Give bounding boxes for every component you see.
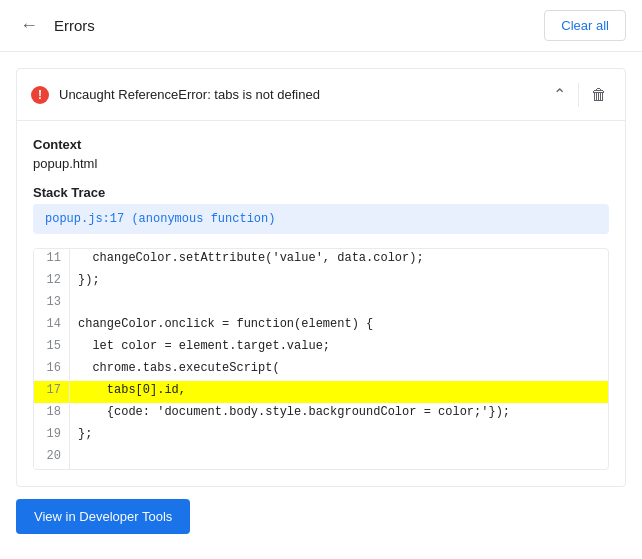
code-line: 17 tabs[0].id, (34, 381, 608, 403)
line-number: 12 (34, 271, 70, 293)
error-header: ! Uncaught ReferenceError: tabs is not d… (17, 69, 625, 121)
line-content: changeColor.setAttribute('value', data.c… (70, 249, 608, 271)
context-label: Context (33, 137, 609, 152)
line-content: let color = element.target.value; (70, 337, 608, 359)
line-number: 16 (34, 359, 70, 381)
back-icon: ← (20, 15, 38, 36)
error-icon: ! (31, 86, 49, 104)
line-number: 15 (34, 337, 70, 359)
header-left: ← Errors (16, 11, 95, 40)
code-line: 12}); (34, 271, 608, 293)
line-number: 11 (34, 249, 70, 271)
code-line: 15 let color = element.target.value; (34, 337, 608, 359)
line-content: chrome.tabs.executeScript( (70, 359, 608, 381)
chevron-up-icon: ⌃ (553, 85, 566, 104)
line-content: changeColor.onclick = function(element) … (70, 315, 608, 337)
code-line: 14changeColor.onclick = function(element… (34, 315, 608, 337)
vertical-divider (578, 83, 579, 107)
header: ← Errors Clear all (0, 0, 642, 52)
code-line: 19}; (34, 425, 608, 447)
line-number: 19 (34, 425, 70, 447)
line-number: 14 (34, 315, 70, 337)
line-content: }); (70, 271, 608, 293)
line-content: {code: 'document.body.style.backgroundCo… (70, 403, 608, 425)
clear-all-button[interactable]: Clear all (544, 10, 626, 41)
error-message: Uncaught ReferenceError: tabs is not def… (59, 87, 320, 102)
line-number: 17 (34, 381, 70, 403)
code-line: 13 (34, 293, 608, 315)
code-line: 20 (34, 447, 608, 469)
line-number: 20 (34, 447, 70, 469)
stack-trace-pill: popup.js:17 (anonymous function) (33, 204, 609, 234)
context-value: popup.html (33, 156, 609, 171)
dev-tools-button[interactable]: View in Developer Tools (16, 499, 190, 534)
code-block: 11 changeColor.setAttribute('value', dat… (33, 248, 609, 470)
code-scroll[interactable]: 11 changeColor.setAttribute('value', dat… (34, 249, 608, 469)
line-content (70, 447, 608, 469)
code-line: 11 changeColor.setAttribute('value', dat… (34, 249, 608, 271)
code-line: 18 {code: 'document.body.style.backgroun… (34, 403, 608, 425)
line-content: }; (70, 425, 608, 447)
error-header-left: ! Uncaught ReferenceError: tabs is not d… (31, 86, 320, 104)
line-content: tabs[0].id, (70, 381, 608, 403)
stack-trace-label: Stack Trace (33, 185, 609, 200)
line-number: 13 (34, 293, 70, 315)
code-line: 16 chrome.tabs.executeScript( (34, 359, 608, 381)
error-body: Context popup.html Stack Trace popup.js:… (17, 121, 625, 470)
collapse-button[interactable]: ⌃ (549, 81, 570, 108)
trash-icon: 🗑 (591, 86, 607, 104)
page-title: Errors (54, 17, 95, 34)
error-actions: ⌃ 🗑 (549, 81, 611, 108)
delete-button[interactable]: 🗑 (587, 82, 611, 108)
line-number: 18 (34, 403, 70, 425)
line-content (70, 293, 608, 315)
error-item: ! Uncaught ReferenceError: tabs is not d… (16, 68, 626, 487)
back-button[interactable]: ← (16, 11, 42, 40)
footer: View in Developer Tools (0, 487, 642, 550)
